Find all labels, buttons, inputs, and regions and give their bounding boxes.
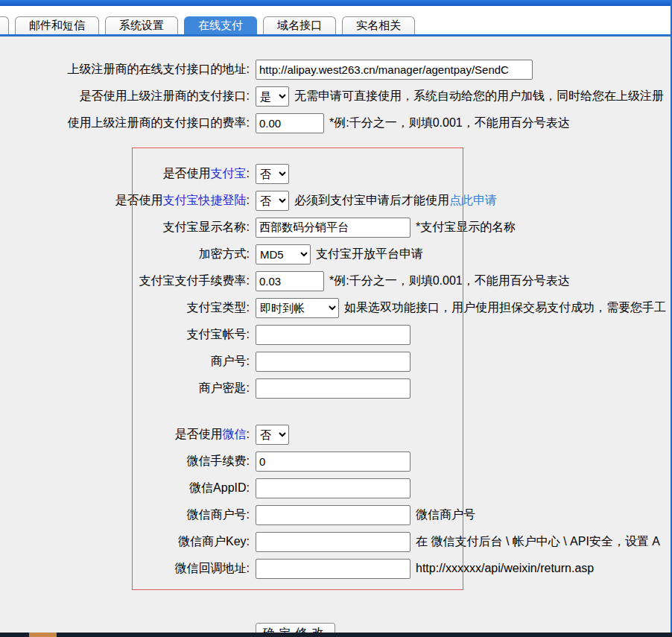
wechat-link[interactable]: 微信 xyxy=(223,428,247,440)
merchant-key-label: 商户密匙: xyxy=(0,381,250,396)
encrypt-method-label: 加密方式: xyxy=(0,247,250,262)
use-alipay-label-pre: 是否使用 xyxy=(163,167,211,180)
use-wechat-label-pre: 是否使用 xyxy=(175,428,223,440)
use-upstream-pay-label: 是否使用上级注册商的支付接口: xyxy=(0,89,250,104)
alipay-type-hint: 如果选双功能接口，用户使用担保交易支付成功，需要您手工 xyxy=(344,300,666,316)
tab-partial-left[interactable] xyxy=(0,16,9,34)
row-use-alipay: 是否使用支付宝: 否 xyxy=(0,160,672,187)
encrypt-method-select[interactable]: MD5 xyxy=(256,244,311,264)
row-use-alipay-quick-login: 是否使用支付宝快捷登陆: 否 必须到支付宝申请后才能使用点此申请 xyxy=(0,187,672,214)
row-wechat-merchant-key: 微信商户Key: 在 微信支付后台 \ 帐户中心 \ API安全，设置 A xyxy=(0,528,672,555)
row-use-wechat: 是否使用微信: 否 xyxy=(0,421,672,448)
alipay-display-name-input[interactable] xyxy=(256,218,411,238)
wechat-merchant-id-hint: 微信商户号 xyxy=(416,507,475,523)
alipay-type-select[interactable]: 即时到帐 xyxy=(256,298,339,318)
wechat-appid-label: 微信AppID: xyxy=(0,481,250,496)
upstream-pay-rate-label: 使用上级注册商的支付接口的费率: xyxy=(0,115,250,131)
alipay-fee-rate-hint: *例:千分之一，则填0.001，不能用百分号表达 xyxy=(329,273,570,289)
quick-login-hint: 必须到支付宝申请后才能使用点此申请 xyxy=(294,193,497,209)
quick-login-label-pre: 是否使用 xyxy=(115,194,163,206)
online-payment-form: 上级注册商的在线支付接口的地址: 是否使用上级注册商的支付接口: 是 无需申请可… xyxy=(0,37,672,637)
taskbar-accent-segment xyxy=(29,633,57,637)
tab-system-settings[interactable]: 系统设置 xyxy=(105,16,178,34)
taskbar-sliver[interactable] xyxy=(0,633,672,637)
upstream-pay-rate-hint: *例:千分之一，则填0.001，不能用百分号表达 xyxy=(329,115,570,131)
tab-strip: 邮件和短信 系统设置 在线支付 域名接口 实名相关 xyxy=(0,6,672,34)
row-alipay-display-name: 支付宝显示名称: *支付宝显示的名称 xyxy=(0,214,672,241)
merchant-id-label: 商户号: xyxy=(0,354,250,370)
use-alipay-quick-login-label: 是否使用支付宝快捷登陆: xyxy=(0,193,250,209)
alipay-display-name-hint: *支付宝显示的名称 xyxy=(416,220,516,235)
alipay-account-label: 支付宝帐号: xyxy=(0,327,250,343)
wechat-fee-input[interactable] xyxy=(256,451,411,472)
section-gap xyxy=(0,136,672,160)
use-upstream-pay-select[interactable]: 是 xyxy=(256,86,289,107)
alipay-display-name-label: 支付宝显示名称: xyxy=(0,220,250,235)
row-alipay-account: 支付宝帐号: xyxy=(0,321,672,348)
wechat-fee-label: 微信手续费: xyxy=(0,454,250,469)
top-title-bar xyxy=(0,0,672,6)
wechat-appid-input[interactable] xyxy=(256,478,411,498)
use-alipay-select[interactable]: 否 xyxy=(256,164,289,184)
row-use-upstream-pay: 是否使用上级注册商的支付接口: 是 无需申请可直接使用，系统自动给您的用户加钱，… xyxy=(0,83,672,110)
alipay-type-label: 支付宝类型: xyxy=(0,300,250,316)
wechat-merchant-id-input[interactable] xyxy=(256,505,411,525)
row-upstream-pay-url: 上级注册商的在线支付接口的地址: xyxy=(0,56,672,83)
merchant-id-input[interactable] xyxy=(256,352,411,372)
row-encrypt-method: 加密方式: MD5 支付宝开放平台申请 xyxy=(0,241,672,267)
merchant-key-input[interactable] xyxy=(256,378,411,399)
row-wechat-merchant-id: 微信商户号: 微信商户号 xyxy=(0,501,672,528)
use-upstream-pay-hint: 无需申请可直接使用，系统自动给您的用户加钱，同时给您在上级注册 xyxy=(294,89,664,104)
wechat-merchant-key-input[interactable] xyxy=(256,532,411,552)
wechat-merchant-id-label: 微信商户号: xyxy=(0,507,250,523)
upstream-pay-url-label: 上级注册商的在线支付接口的地址: xyxy=(0,62,250,77)
tab-mail-sms[interactable]: 邮件和短信 xyxy=(15,16,99,34)
use-wechat-label-post: : xyxy=(247,428,250,440)
use-wechat-select[interactable]: 否 xyxy=(256,425,289,445)
row-merchant-key: 商户密匙: xyxy=(0,375,672,402)
wechat-callback-url-label: 微信回调地址: xyxy=(0,561,250,577)
tab-realname[interactable]: 实名相关 xyxy=(342,16,415,34)
upstream-pay-rate-input[interactable] xyxy=(256,113,324,133)
row-wechat-appid: 微信AppID: xyxy=(0,475,672,501)
use-alipay-label: 是否使用支付宝: xyxy=(0,166,250,182)
alipay-fee-rate-input[interactable] xyxy=(256,271,324,291)
apply-here-link[interactable]: 点此申请 xyxy=(449,194,497,206)
upstream-pay-url-input[interactable] xyxy=(256,60,533,80)
wechat-callback-url-input[interactable] xyxy=(256,559,411,579)
use-alipay-label-post: : xyxy=(247,167,250,180)
row-wechat-callback-url: 微信回调地址: http://xxxxxx/api/weixin/return.… xyxy=(0,555,672,582)
row-upstream-pay-rate: 使用上级注册商的支付接口的费率: *例:千分之一，则填0.001，不能用百分号表… xyxy=(0,110,672,136)
section-gap xyxy=(0,402,672,421)
tab-online-payment[interactable]: 在线支付 xyxy=(184,16,257,34)
wechat-merchant-key-label: 微信商户Key: xyxy=(0,534,250,550)
use-wechat-label: 是否使用微信: xyxy=(0,427,250,443)
row-alipay-fee-rate: 支付宝支付手续费率: *例:千分之一，则填0.001，不能用百分号表达 xyxy=(0,267,672,294)
quick-login-hint-text: 必须到支付宝申请后才能使用 xyxy=(294,194,449,206)
alipay-link[interactable]: 支付宝 xyxy=(211,167,247,180)
alipay-quick-login-link[interactable]: 支付宝快捷登陆 xyxy=(163,194,247,206)
row-merchant-id: 商户号: xyxy=(0,348,672,375)
tab-domain-api[interactable]: 域名接口 xyxy=(263,16,336,34)
wechat-callback-url-hint: http://xxxxxx/api/weixin/return.asp xyxy=(416,562,594,575)
row-alipay-type: 支付宝类型: 即时到帐 如果选双功能接口，用户使用担保交易支付成功，需要您手工 xyxy=(0,294,672,321)
use-alipay-quick-login-select[interactable]: 否 xyxy=(256,191,289,211)
encrypt-method-hint: 支付宝开放平台申请 xyxy=(316,247,423,262)
alipay-fee-rate-label: 支付宝支付手续费率: xyxy=(0,273,250,289)
quick-login-label-post: : xyxy=(247,194,250,206)
wechat-merchant-key-hint: 在 微信支付后台 \ 帐户中心 \ API安全，设置 A xyxy=(416,534,660,550)
alipay-account-input[interactable] xyxy=(256,325,411,345)
row-wechat-fee: 微信手续费: xyxy=(0,448,672,475)
